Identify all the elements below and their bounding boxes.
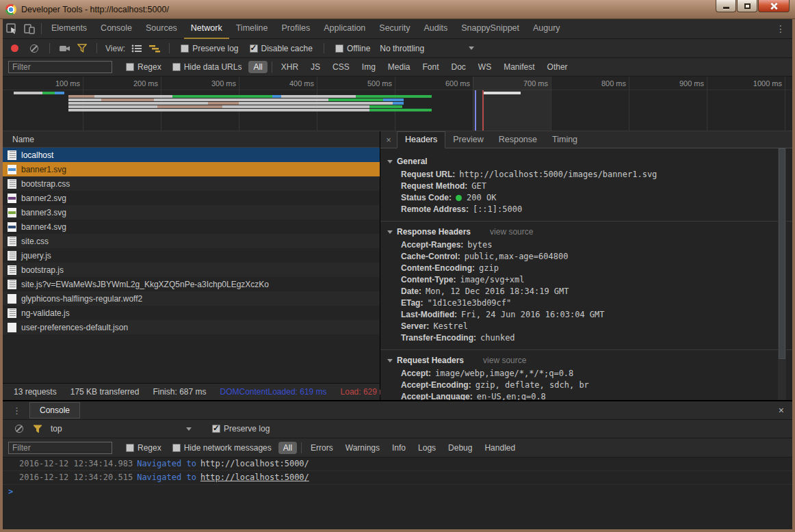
disable-cache-checkbox[interactable]: Disable cache (250, 44, 313, 53)
filter-type-css[interactable]: CSS (328, 61, 354, 73)
throttling-select[interactable]: No throttling (380, 44, 474, 53)
screenshot-camera-icon[interactable] (55, 38, 73, 58)
triangle-down-icon (387, 160, 393, 163)
tab-console[interactable]: Console (94, 19, 139, 39)
header-value: chunked (480, 332, 515, 344)
filter-type-other[interactable]: Other (543, 61, 573, 73)
filter-type-manifest[interactable]: Manifest (499, 61, 539, 73)
close-window-button[interactable] (758, 0, 790, 12)
tab-augury[interactable]: Augury (526, 19, 567, 39)
request-row-user-preferences-default-json[interactable]: user-preferences-default.json (3, 320, 380, 334)
network-overview-timeline[interactable]: 100 ms200 ms300 ms400 ms500 ms600 ms700 … (3, 77, 792, 131)
console-level-handled[interactable]: Handled (480, 442, 520, 454)
console-filter-funnel-icon[interactable] (29, 419, 47, 439)
details-tab-timing[interactable]: Timing (545, 132, 585, 148)
request-row-bootstrap-css[interactable]: bootstrap.css (3, 176, 380, 191)
overview-request-bar (172, 95, 272, 98)
request-row-site-css[interactable]: site.css (3, 234, 380, 248)
network-filter-input[interactable] (8, 61, 112, 73)
clear-icon[interactable] (30, 44, 38, 53)
tab-network[interactable]: Network (184, 19, 229, 39)
console-level-warnings[interactable]: Warnings (341, 442, 385, 454)
filter-type-img[interactable]: Img (357, 61, 380, 73)
section-title[interactable]: Response Headersview source (380, 224, 792, 239)
name-column-header[interactable]: Name (3, 131, 380, 148)
details-tab-preview[interactable]: Preview (445, 132, 491, 148)
tab-elements[interactable]: Elements (44, 19, 94, 39)
tab-profiles[interactable]: Profiles (274, 19, 317, 39)
request-row-banner4-svg[interactable]: banner4.svg (3, 220, 380, 234)
record-button[interactable] (11, 44, 18, 52)
console-preserve-log-checkbox[interactable]: Preserve log (212, 424, 270, 434)
section-general: GeneralRequest URL:http://localhost:5000… (380, 151, 792, 222)
request-row-bootstrap-js[interactable]: bootstrap.js (3, 263, 380, 277)
filter-type-media[interactable]: Media (383, 61, 415, 73)
request-row-site-js[interactable]: site.js?v=EWaMeWsJBYWmL2g_KkgXZQ5nPe-a3I… (3, 277, 380, 291)
minimize-button[interactable] (716, 0, 736, 12)
filter-type-xhr[interactable]: XHR (276, 61, 303, 73)
tab-application[interactable]: Application (317, 19, 372, 39)
scrollbar-thumb[interactable] (779, 148, 785, 359)
section-title[interactable]: General (380, 154, 792, 169)
request-row-localhost[interactable]: localhost (3, 148, 380, 162)
console-level-errors[interactable]: Errors (306, 442, 338, 454)
execution-context-select[interactable]: top (51, 424, 192, 434)
request-row-banner3-svg[interactable]: banner3.svg (3, 205, 380, 220)
close-drawer-icon[interactable]: × (779, 405, 784, 416)
list-view-icon[interactable] (128, 38, 146, 58)
console-level-logs[interactable]: Logs (413, 442, 441, 454)
view-source-link[interactable]: view source (490, 227, 533, 237)
tab-security[interactable]: Security (372, 19, 417, 39)
request-row-banner1-svg[interactable]: banner1.svg (3, 162, 380, 176)
header-name: Request Method: (401, 181, 467, 192)
tab-audits[interactable]: Audits (417, 19, 454, 39)
offline-checkbox[interactable]: Offline (335, 44, 370, 53)
filter-funnel-icon[interactable] (73, 38, 91, 58)
details-tab-headers[interactable]: Headers (397, 131, 445, 148)
checkbox-checked (250, 44, 258, 53)
message-url-link[interactable]: http://localhost:5000/ (200, 473, 309, 482)
filter-type-doc[interactable]: Doc (447, 61, 471, 73)
title-bar[interactable]: Developer Tools - http://localhost:5000/ (0, 0, 795, 19)
filter-type-all[interactable]: All (248, 61, 267, 73)
tab-sources[interactable]: Sources (139, 19, 184, 39)
inspect-element-icon[interactable] (3, 19, 21, 39)
waterfall-view-icon[interactable] (146, 38, 164, 58)
preserve-log-checkbox[interactable]: Preserve log (181, 44, 238, 53)
hide-data-urls-checkbox[interactable]: Hide data URLs (172, 62, 242, 72)
close-details-icon[interactable]: × (380, 131, 397, 148)
filter-type-js[interactable]: JS (306, 61, 325, 73)
console-tab[interactable]: Console (29, 402, 80, 418)
hide-network-messages-checkbox[interactable]: Hide network messages (172, 443, 272, 453)
console-level-debug[interactable]: Debug (443, 442, 477, 454)
view-source-link[interactable]: view source (483, 356, 526, 365)
clear-console-icon[interactable] (15, 425, 23, 433)
regex-checkbox[interactable]: Regex (126, 62, 161, 72)
tab-timeline[interactable]: Timeline (229, 19, 275, 39)
request-row-ng-validate-js[interactable]: ng-validate.js (3, 306, 380, 320)
console-prompt[interactable]: > (3, 485, 792, 496)
console-level-info[interactable]: Info (387, 442, 410, 454)
maximize-button[interactable] (737, 0, 757, 12)
message-url-link[interactable]: http://localhost:5000/ (200, 459, 309, 468)
details-scrollbar[interactable] (778, 148, 786, 400)
drawer-menu-icon[interactable]: ⋮ (12, 405, 21, 416)
section-title-text: General (397, 157, 428, 166)
device-toolbar-icon[interactable] (21, 19, 38, 39)
filter-type-font[interactable]: Font (418, 61, 444, 73)
console-filter-input[interactable] (8, 442, 112, 454)
header-row: Status Code:200 OK (380, 192, 792, 204)
details-tab-response[interactable]: Response (491, 132, 545, 148)
checkbox-unchecked (172, 444, 181, 452)
tab-snappysnippet[interactable]: SnappySnippet (454, 19, 526, 39)
console-regex-checkbox[interactable]: Regex (126, 443, 161, 453)
more-menu-icon[interactable]: ⋮ (776, 23, 785, 34)
load-line (482, 90, 484, 131)
request-row-jquery-js[interactable]: jquery.js (3, 248, 380, 263)
filter-type-ws[interactable]: WS (473, 61, 496, 73)
section-title[interactable]: Request Headersview source (380, 353, 792, 368)
main-tab-bar: ElementsConsoleSourcesNetworkTimelinePro… (3, 19, 792, 39)
request-row-banner2-svg[interactable]: banner2.svg (3, 191, 380, 205)
request-row-glyphicons-halflings-regular-woff2[interactable]: glyphicons-halflings-regular.woff2 (3, 291, 380, 306)
console-level-all[interactable]: All (278, 442, 297, 454)
